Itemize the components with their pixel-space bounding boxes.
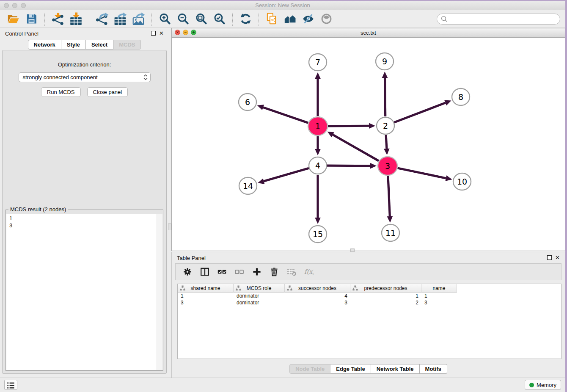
column-type-icon [180,285,185,292]
tab-node-table[interactable]: Node Table [289,364,330,374]
criterion-dropdown[interactable]: strongly connected component [19,72,151,82]
close-control-panel-icon[interactable]: ✕ [159,31,164,36]
unselect-all-columns-button[interactable] [234,267,245,277]
network-window-titlebar: × − + scc.txt [172,28,565,38]
network-overview-button[interactable] [284,13,296,25]
export-table-icon [114,13,127,25]
graph-arrowhead-1-4 [315,149,321,155]
table-cell-predecessor-nodes[interactable]: 2 [350,299,421,306]
network-overview-icon [284,13,296,25]
tab-style[interactable]: Style [61,40,86,50]
search-input[interactable] [448,15,556,22]
table-splitter-grip[interactable] [350,248,355,252]
column-header-label: predecessor nodes [364,285,407,291]
close-window-icon[interactable] [4,3,9,8]
graph-edge-4-14[interactable] [264,168,308,181]
table-cell-mcds-role[interactable]: dominator [234,293,285,299]
graph-node-label-6: 6 [245,97,250,107]
network-zoom-icon[interactable]: + [191,30,196,35]
tab-mcds[interactable]: MCDS [113,40,141,50]
graph-edge-3-1[interactable] [333,135,379,161]
run-mcds-button[interactable]: Run MCDS [41,87,81,97]
graph-edge-2-3[interactable] [386,135,387,149]
zoom-selected-button[interactable] [213,13,226,25]
add-column-button[interactable] [252,267,262,277]
close-mcds-panel-button[interactable]: Close panel [87,87,128,97]
tab-network-table[interactable]: Network Table [371,364,420,374]
toolbar-icon-groups [4,12,336,26]
open-session-button[interactable] [7,13,19,25]
memory-button[interactable]: Memory [525,380,561,390]
refresh-button[interactable] [239,13,252,25]
optimization-criterion-label: Optimization criterion: [3,61,166,68]
graph-arrowhead-2-9 [382,72,388,78]
toolbar-separator [44,12,45,26]
delete-column-button[interactable] [269,267,279,277]
close-table-panel-icon[interactable]: ✕ [555,255,560,260]
graph-edge-3-10[interactable] [397,168,446,178]
column-header-name[interactable]: name [421,284,457,293]
table-cell-successor-nodes[interactable]: 3 [285,299,350,306]
graph-node-label-1: 1 [315,121,320,131]
column-header-predecessor-nodes[interactable]: predecessor nodes [350,284,421,293]
zoom-out-button[interactable] [177,13,189,25]
zoom-in-button[interactable] [159,13,171,25]
graph-edge-3-11[interactable] [388,176,390,216]
column-header-shared-name[interactable]: shared name [178,284,234,293]
select-all-columns-button[interactable] [217,267,227,277]
list-icon [6,381,16,390]
control-panel: Control Panel ✕ NetworkStyleSelectMCDS O… [0,28,169,378]
tab-edge-table[interactable]: Edge Table [330,364,371,374]
export-network-button[interactable] [96,13,108,25]
search-box[interactable] [437,14,560,25]
network-minimize-icon[interactable]: − [183,30,188,35]
tab-network[interactable]: Network [28,40,61,50]
table-row[interactable]: 3dominator323 [178,299,561,306]
table-settings-button[interactable] [182,267,193,277]
zoom-fit-button[interactable] [195,13,207,25]
zoom-window-icon[interactable] [21,3,26,8]
graph-edge-2-9[interactable] [385,78,385,116]
import-network-button[interactable] [52,13,64,25]
table-cell-shared-name[interactable]: 3 [178,299,234,306]
result-scrollbar[interactable] [157,214,162,370]
clone-network-icon [266,13,278,25]
column-header-successor-nodes[interactable]: successor nodes [285,284,350,293]
network-canvas[interactable]: 7968124314101511 [172,38,565,251]
clone-network-button[interactable] [266,13,278,25]
table-cell-successor-nodes[interactable]: 4 [285,293,350,299]
tab-motifs[interactable]: Motifs [420,364,447,374]
graph-edge-4-3[interactable] [327,166,370,166]
network-close-icon[interactable]: × [175,30,180,35]
table-cell-name[interactable]: 3 [421,299,457,306]
table-cell-name[interactable]: 1 [421,293,457,299]
graph-edge-1-2[interactable] [328,126,369,126]
toggle-view-button[interactable] [320,13,333,25]
table-cell-predecessor-nodes[interactable]: 1 [350,293,421,299]
import-table-button[interactable] [70,13,82,25]
control-panel-tabs: NetworkStyleSelectMCDS [0,40,169,50]
table-panel-header: Table Panel ✕ [172,252,565,263]
table-cell-mcds-role[interactable]: dominator [234,299,285,306]
show-columns-button[interactable] [200,267,210,277]
task-history-button[interactable] [4,380,17,390]
mcds-result-list[interactable]: 13 [6,214,162,370]
save-session-button[interactable] [25,13,38,25]
export-table-button[interactable] [114,13,127,25]
table-row[interactable]: 1dominator411 [178,293,561,299]
table-cell-shared-name[interactable]: 1 [178,293,234,299]
float-table-panel-icon[interactable] [547,255,552,260]
delete-table-button [286,267,297,277]
column-header-mcds-role[interactable]: MCDS role [234,284,285,293]
float-control-panel-icon[interactable] [151,31,156,36]
graph-edge-2-8[interactable] [394,103,446,122]
panel-splitter-grip[interactable] [168,224,171,230]
graph-arrowhead-4-15 [315,218,321,224]
network-graph[interactable]: 7968124314101511 [172,38,565,251]
graph-edge-1-6[interactable] [263,108,308,123]
tab-select[interactable]: Select [86,40,113,50]
export-image-button[interactable] [132,13,145,25]
graph-node-label-14: 14 [243,181,253,190]
minimize-window-icon[interactable] [12,3,17,8]
hide-panel-button[interactable] [302,13,314,25]
